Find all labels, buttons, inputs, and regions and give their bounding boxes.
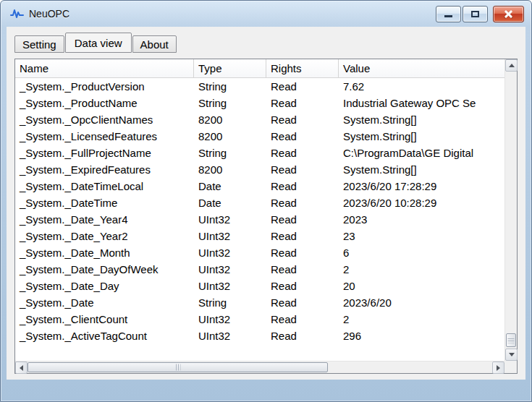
arrow-left-icon [20,365,23,371]
scroll-right-button[interactable] [492,362,504,374]
cell-value: C:\ProgramData\GE Digital [339,147,504,159]
column-header-value[interactable]: Value [339,59,504,77]
table-row[interactable]: _System._FullProjectName String Read C:\… [15,145,504,161]
cell-type: String [194,80,266,93]
table-row[interactable]: _System._DateTimeLocal Date Read 2023/6/… [15,178,504,194]
arrow-up-icon [509,64,515,67]
cell-rights: Read [266,313,339,325]
cell-type: String [194,97,266,109]
cell-name: _System._Date_DayOfWeek [15,263,194,275]
table-row[interactable]: _System._ExpiredFeatures 8200 Read Syste… [15,161,504,178]
vertical-scrollbar[interactable] [504,59,517,361]
table-row[interactable]: _System._OpcClientNames 8200 Read System… [15,111,504,128]
scroll-up-button[interactable] [505,59,518,72]
cell-name: _System._DateTimeLocal [15,180,194,192]
cell-rights: Read [266,263,339,275]
cell-name: _System._Date_Year2 [15,230,194,242]
cell-type: UInt32 [194,263,266,275]
vertical-scroll-track[interactable] [505,72,517,348]
cell-name: _System._Date_Year4 [15,213,194,226]
cell-name: _System._ClientCount [15,313,194,325]
cell-value: 7.62 [339,80,504,93]
cell-type: UInt32 [194,280,266,292]
cell-value: System.String[] [339,114,504,126]
cell-rights: Read [266,230,339,242]
cell-type: String [194,147,266,159]
column-header-type[interactable]: Type [194,59,266,77]
table-header: Name Type Rights Value [15,59,504,78]
scrollbar-corner [504,361,517,373]
table-row[interactable]: _System._Date_DayOfWeek UInt32 Read 2 [15,261,504,278]
app-window: NeuOPC Setting Data view About [0,0,532,402]
column-header-rights[interactable]: Rights [266,59,339,77]
cell-rights: Read [266,247,339,259]
cell-rights: Read [266,147,339,159]
cell-type: 8200 [194,130,266,142]
cell-value: 2023/6/20 17:28:29 [339,180,504,192]
cell-type: 8200 [194,114,266,126]
cell-rights: Read [266,114,339,126]
table-row[interactable]: _System._Date_Year4 UInt32 Read 2023 [15,211,504,228]
cell-name: _System._FullProjectName [15,147,194,159]
horizontal-scroll-thumb[interactable] [28,362,328,372]
table-row[interactable]: _System._ClientCount UInt32 Read 2 [15,311,504,328]
tab-data-view[interactable]: Data view [65,33,132,53]
tab-label: Setting [22,38,56,51]
table-row[interactable]: _System._Date_Month UInt32 Read 6 [15,244,504,261]
table-row[interactable]: _System._ProductName String Read Industr… [15,95,504,111]
tab-setting[interactable]: Setting [14,35,64,53]
cell-type: UInt32 [194,247,266,259]
titlebar[interactable]: NeuOPC [1,1,531,27]
cell-value: 2 [339,263,504,275]
cell-type: UInt32 [194,330,266,342]
close-icon [504,10,513,18]
cell-value: System.String[] [339,163,504,176]
scroll-down-button[interactable] [505,348,518,361]
table-row[interactable]: _System._Date_Year2 UInt32 Read 23 [15,228,504,244]
close-button[interactable] [493,6,524,22]
maximize-button[interactable] [463,6,488,22]
table-row[interactable]: _System._Date String Read 2023/6/20 [15,294,504,311]
cell-rights: Read [266,130,339,142]
cell-rights: Read [266,80,339,93]
cell-type: UInt32 [194,213,266,226]
cell-value: 2023 [339,213,504,226]
minimize-button[interactable] [436,6,461,22]
arrow-right-icon [497,365,500,371]
cell-type: String [194,296,266,309]
table-body: _System._ProductVersion String Read 7.62… [15,78,504,361]
arrow-down-icon [509,353,515,356]
table-row[interactable]: _System._LicensedFeatures 8200 Read Syst… [15,128,504,145]
cell-value: 2023/6/20 10:28:29 [339,197,504,209]
horizontal-scroll-track[interactable] [28,362,492,373]
cell-name: _System._ProductVersion [15,80,194,93]
table-row[interactable]: _System._ActiveTagCount UInt32 Read 296 [15,328,504,344]
tab-about[interactable]: About [132,35,177,53]
cell-rights: Read [266,330,339,342]
cell-rights: Read [266,296,339,309]
cell-type: 8200 [194,163,266,176]
cell-value: 23 [339,230,504,242]
cell-rights: Read [266,280,339,292]
cell-name: _System._ActiveTagCount [15,330,194,342]
cell-name: _System._Date [15,296,194,309]
cell-name: _System._Date_Month [15,247,194,259]
app-icon [10,8,24,20]
horizontal-scrollbar[interactable] [15,361,504,373]
client-area: Setting Data view About Name Type Rights… [7,27,525,380]
column-header-name[interactable]: Name [15,59,194,77]
cell-rights: Read [266,197,339,209]
tab-label: Data view [75,37,122,49]
table-row[interactable]: _System._Date_Day UInt32 Read 20 [15,278,504,294]
tab-bar: Setting Data view About [14,33,518,53]
scroll-left-button[interactable] [15,362,28,374]
vertical-scroll-thumb[interactable] [506,333,516,347]
cell-type: Date [194,197,266,209]
table-row[interactable]: _System._DateTime Date Read 2023/6/20 10… [15,194,504,211]
table-row[interactable]: _System._ProductVersion String Read 7.62 [15,78,504,95]
table-main: Name Type Rights Value _System._ProductV… [15,59,504,361]
cell-type: UInt32 [194,313,266,325]
cell-value: System.String[] [339,130,504,142]
cell-type: Date [194,180,266,192]
cell-name: _System._DateTime [15,197,194,209]
